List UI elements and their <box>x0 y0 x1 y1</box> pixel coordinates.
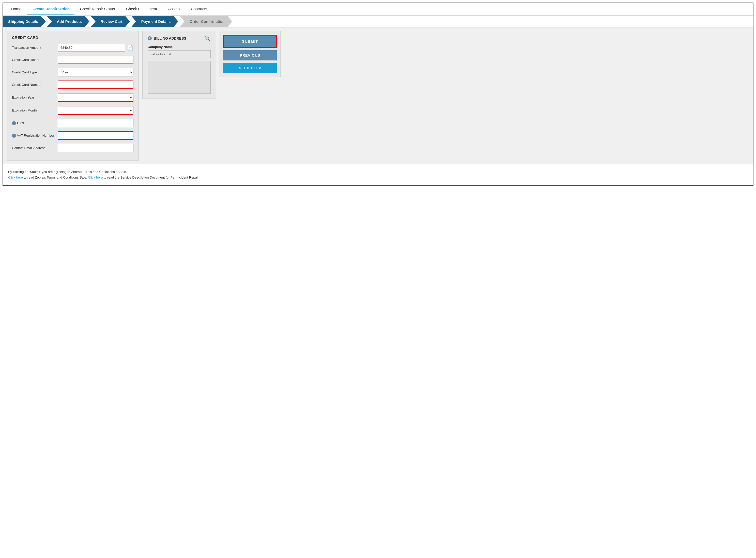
submit-button[interactable]: SUBMIT <box>223 35 277 48</box>
billing-title-text: BILLING ADDRESS <box>154 36 186 41</box>
footer-line2-pre: to read Zebra's Terms and Conditions Sal… <box>23 176 88 179</box>
expiration-month-label: Expiration Month <box>12 108 58 112</box>
footer-line2: Click here to read Zebra's Terms and Con… <box>8 175 748 180</box>
step-order-confirmation[interactable]: Order Confirmation <box>179 16 232 27</box>
vat-wrap <box>58 131 133 140</box>
need-help-button[interactable]: NEED HELP <box>223 63 277 73</box>
nav-home[interactable]: Home <box>6 3 27 15</box>
actions-panel: SUBMIT PREVIOUS NEED HELP <box>220 31 281 77</box>
contact-email-row: Contact Email Address <box>12 144 133 152</box>
credit-card-holder-row: Credit Card Holder <box>12 56 133 64</box>
step-add-products[interactable]: Add Products <box>47 16 90 27</box>
expiration-year-row: Expiration Year <box>12 93 133 102</box>
expiration-year-select[interactable] <box>58 93 133 102</box>
credit-card-number-row: Credit Card Number <box>12 80 133 89</box>
footer-line2-post: to read the Service Description Document… <box>103 176 199 179</box>
nav-assets[interactable]: Assets <box>163 3 185 15</box>
transaction-amount-wrap: 📄 <box>58 44 133 52</box>
vat-row: i VAT Registration Number <box>12 131 133 140</box>
billing-search-icon[interactable]: 🔍 <box>204 35 211 42</box>
credit-card-panel: CREDIT CARD Transaction Amount 📄 Credit … <box>7 31 139 160</box>
step-review-cart[interactable]: Review Cart <box>91 16 130 27</box>
top-navigation: Home Create Repair Order Check Repair St… <box>3 3 753 16</box>
step-shipping-details[interactable]: Shipping Details <box>3 16 46 27</box>
credit-card-type-wrap: Visa Mastercard Amex Discover <box>58 68 133 76</box>
credit-card-holder-label: Credit Card Holder <box>12 58 58 62</box>
contact-email-input[interactable] <box>58 144 133 152</box>
nav-check-repair-status[interactable]: Check Repair Status <box>74 3 121 15</box>
company-name-input[interactable] <box>148 50 211 58</box>
footer: By clicking on 'Submit' you are agreeing… <box>3 164 753 185</box>
footer-link1[interactable]: Click here <box>8 176 23 179</box>
credit-card-type-row: Credit Card Type Visa Mastercard Amex Di… <box>12 68 133 76</box>
required-star: * <box>188 36 190 41</box>
credit-card-number-wrap <box>58 80 133 89</box>
vat-label: i VAT Registration Number <box>12 134 58 138</box>
nav-contracts[interactable]: Contracts <box>185 3 213 15</box>
expiration-month-select[interactable] <box>58 106 133 115</box>
expiration-year-label: Expiration Year <box>12 96 58 99</box>
cvn-input[interactable] <box>58 119 133 127</box>
expiration-month-row: Expiration Month <box>12 106 133 115</box>
billing-address-textarea[interactable] <box>148 61 211 94</box>
wizard-steps: Shipping Details Add Products Review Car… <box>3 16 753 27</box>
nav-check-entitlement[interactable]: Check Entitlement <box>120 3 163 15</box>
billing-title-row: i BILLING ADDRESS * 🔍 <box>148 35 211 42</box>
credit-card-title: CREDIT CARD <box>12 35 133 40</box>
right-panels: i BILLING ADDRESS * 🔍 Company Name SUBMI… <box>142 31 297 99</box>
transaction-amount-label: Transaction Amount <box>12 46 58 50</box>
footer-link2[interactable]: Click here <box>88 176 103 179</box>
billing-info-icon[interactable]: i <box>148 36 152 41</box>
contact-email-label: Contact Email Address <box>12 146 58 150</box>
billing-address-panel: i BILLING ADDRESS * 🔍 Company Name <box>142 31 216 99</box>
transaction-amount-row: Transaction Amount 📄 <box>12 44 133 52</box>
credit-card-holder-input[interactable] <box>58 56 133 64</box>
credit-card-type-select[interactable]: Visa Mastercard Amex Discover <box>58 68 133 76</box>
cvn-wrap <box>58 119 133 127</box>
step-payment-details[interactable]: Payment Details <box>131 16 178 27</box>
expiration-year-wrap <box>58 93 133 102</box>
contact-email-wrap <box>58 144 133 152</box>
company-name-label: Company Name <box>148 45 211 49</box>
credit-card-number-input[interactable] <box>58 80 133 89</box>
doc-icon[interactable]: 📄 <box>127 45 133 51</box>
main-content: CREDIT CARD Transaction Amount 📄 Credit … <box>3 27 753 164</box>
vat-input[interactable] <box>58 131 133 140</box>
footer-line1: By clicking on 'Submit' you are agreeing… <box>8 169 748 175</box>
credit-card-type-label: Credit Card Type <box>12 70 58 74</box>
credit-card-holder-wrap <box>58 56 133 64</box>
cvn-row: i CVN <box>12 119 133 127</box>
previous-button[interactable]: PREVIOUS <box>223 50 277 60</box>
cvn-info-icon[interactable]: i <box>12 121 16 125</box>
transaction-amount-input[interactable] <box>58 44 125 52</box>
nav-create-repair-order[interactable]: Create Repair Order <box>27 3 74 15</box>
cvn-label: i CVN <box>12 121 58 125</box>
expiration-month-wrap <box>58 106 133 115</box>
vat-info-icon[interactable]: i <box>12 134 16 138</box>
credit-card-number-label: Credit Card Number <box>12 83 58 86</box>
